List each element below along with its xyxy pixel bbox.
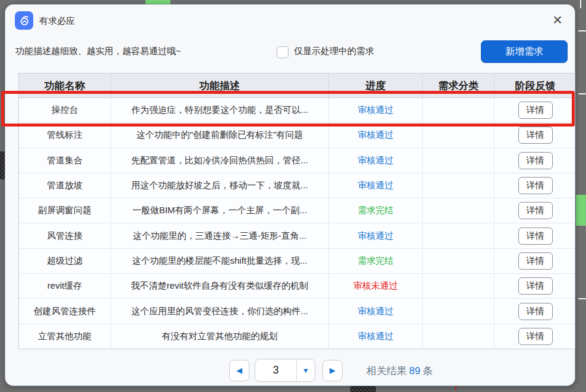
cell-feature-desc: 先配置管道，比如冷供冷回热供热回，管径...	[111, 148, 329, 173]
cell-category	[423, 299, 495, 323]
cell-category	[423, 173, 495, 198]
filter-checkbox[interactable]	[277, 46, 289, 58]
background-artifact-hatch-bottom	[350, 386, 376, 392]
cell-feature-name: 超级过滤	[19, 249, 111, 273]
cell-status: 审核通过	[329, 324, 423, 349]
cell-status: 审核未通过	[329, 274, 423, 298]
cell-category	[423, 198, 495, 223]
cell-category	[423, 123, 495, 147]
table-row: 超级过滤 这个功能里的楼层能不能shift批量选择，现... 需求完结 详情	[19, 249, 575, 274]
table-body: 操控台 作为强迫症，特别想要这个功能，是否可以... 审核通过 详情 管线标注 …	[19, 98, 575, 349]
background-artifact-line	[578, 93, 586, 94]
cell-action: 详情	[495, 173, 576, 198]
cell-action: 详情	[495, 299, 576, 323]
cell-action: 详情	[495, 123, 576, 147]
column-header-progress: 进度	[329, 74, 423, 97]
table-row: 风管连接 这个功能里的，三通连接→三通-矩形-直角... 审核通过 详情	[19, 223, 575, 248]
table-header-row: 功能名称 功能描述 进度 需求分类 阶段反馈	[19, 74, 575, 98]
cell-status: 审核通过	[329, 98, 423, 122]
cell-action: 详情	[495, 223, 576, 248]
detail-button[interactable]: 详情	[518, 227, 553, 245]
detail-button[interactable]: 详情	[518, 152, 553, 169]
background-artifact-line	[578, 30, 586, 31]
background-artifact-hatch-left	[0, 151, 5, 179]
cell-feature-name: 副屏调窗问题	[19, 198, 111, 223]
background-artifact-line	[578, 298, 586, 299]
table-row: 管道放坡 用这个功能放好坡之后，移动一下，坡度就... 审核通过 详情	[19, 173, 575, 198]
close-icon[interactable]: ✕	[550, 12, 565, 28]
background-artifact-green-right	[576, 195, 586, 226]
column-header-category: 需求分类	[423, 74, 495, 97]
title-bar: 有求必应 ✕	[5, 5, 575, 38]
results-summary-prefix: 相关结果	[366, 365, 407, 377]
cell-feature-desc: 这个功能里的，三通连接→三通-矩形-直角...	[111, 223, 329, 248]
cell-category	[423, 274, 495, 298]
toolbar: 功能描述越细致、越实用，越容易通过哦~ 仅显示处理中的需求 新增需求	[5, 38, 575, 69]
cell-feature-desc: 一般做BIM有两个屏幕，一个主屏，一个副...	[111, 198, 329, 223]
chevron-down-icon: ▼	[297, 359, 315, 381]
cell-feature-name: 创建风管连接件	[19, 299, 111, 323]
cell-action: 详情	[495, 198, 576, 223]
cell-action: 详情	[495, 249, 576, 273]
cell-feature-desc: 这个功能里的楼层能不能shift批量选择，现...	[111, 249, 329, 273]
cell-status: 需求完结	[329, 198, 423, 223]
cell-action: 详情	[495, 148, 576, 173]
detail-button[interactable]: 详情	[518, 252, 553, 270]
cell-feature-desc: 用这个功能放好坡之后，移动一下，坡度就...	[111, 173, 329, 198]
cell-feature-name: 管线标注	[19, 123, 111, 147]
cell-feature-name: revit缓存	[19, 274, 111, 298]
detail-button[interactable]: 详情	[518, 102, 553, 119]
cell-category	[423, 324, 495, 349]
cell-feature-desc: 作为强迫症，特别想要这个功能，是否可以...	[111, 98, 329, 122]
dialog-window: 有求必应 ✕ 功能描述越细致、越实用，越容易通过哦~ 仅显示处理中的需求 新增需…	[5, 4, 575, 386]
prev-page-icon: ◀	[236, 366, 242, 375]
results-summary: 相关结果89条	[366, 364, 433, 378]
table-row: 副屏调窗问题 一般做BIM有两个屏幕，一个主屏，一个副... 需求完结 详情	[19, 198, 575, 223]
detail-button[interactable]: 详情	[518, 202, 553, 219]
cell-status: 审核通过	[329, 148, 423, 173]
next-page-button[interactable]: ▶	[322, 360, 343, 381]
prev-page-button[interactable]: ◀	[229, 360, 249, 381]
column-header-desc: 功能描述	[111, 74, 329, 97]
table-row: 管道集合 先配置管道，比如冷供冷回热供热回，管径... 审核通过 详情	[19, 148, 575, 173]
current-page-value: 3	[255, 359, 297, 381]
cell-feature-name: 立管其他功能	[19, 324, 111, 349]
cell-feature-name: 管道放坡	[19, 173, 111, 198]
background-artifact-line	[580, 0, 581, 8]
results-summary-suffix: 条	[423, 365, 433, 377]
screen: 有求必应 ✕ 功能描述越细致、越实用，越容易通过哦~ 仅显示处理中的需求 新增需…	[0, 0, 586, 392]
requests-table: 功能名称 功能描述 进度 需求分类 阶段反馈 操控台 作为强迫症，特别想要这个功…	[18, 73, 575, 349]
column-header-name: 功能名称	[19, 74, 111, 97]
results-count: 89	[407, 365, 423, 377]
cell-category	[423, 148, 495, 173]
table-row: 操控台 作为强迫症，特别想要这个功能，是否可以... 审核通过 详情	[19, 98, 575, 123]
cell-feature-name: 操控台	[19, 98, 111, 122]
window-title: 有求必应	[39, 15, 75, 27]
cell-category	[423, 223, 495, 248]
add-request-button[interactable]: 新增需求	[481, 40, 568, 63]
table-row: 立管其他功能 有没有对立管其他功能的规划 审核通过 详情	[19, 324, 575, 349]
detail-button[interactable]: 详情	[518, 127, 553, 144]
page-select[interactable]: 3 ▼	[255, 359, 315, 382]
cell-feature-desc: 这个功能中的"创建前删除已有标注"有问题	[111, 123, 329, 147]
table-row: revit缓存 我不清楚revit软件自身有没有类似缓存的机制 审核未通过 详情	[19, 274, 575, 299]
cell-category	[423, 249, 495, 273]
pagination-bar: ◀ 3 ▼ ▶ 相关结果89条	[5, 355, 575, 385]
cell-feature-desc: 这个应用里的风管变径连接，你们选的构件...	[111, 299, 329, 323]
cell-feature-name: 风管连接	[19, 223, 111, 248]
detail-button[interactable]: 详情	[518, 177, 553, 194]
background-artifact-red-mark	[454, 385, 461, 392]
cell-action: 详情	[495, 98, 576, 122]
cell-feature-desc: 我不清楚revit软件自身有没有类似缓存的机制	[111, 274, 329, 298]
detail-button[interactable]: 详情	[518, 277, 553, 295]
cell-status: 审核通过	[329, 223, 423, 248]
column-header-feedback: 阶段反馈	[495, 74, 576, 97]
next-page-icon: ▶	[330, 366, 335, 375]
detail-button[interactable]: 详情	[518, 328, 553, 345]
cell-action: 详情	[495, 324, 576, 349]
detail-button[interactable]: 详情	[518, 303, 553, 320]
app-logo-icon	[15, 11, 33, 30]
table-row: 创建风管连接件 这个应用里的风管变径连接，你们选的构件... 审核通过 详情	[19, 299, 575, 324]
cell-action: 详情	[495, 274, 576, 298]
cell-status: 审核通过	[329, 299, 423, 323]
